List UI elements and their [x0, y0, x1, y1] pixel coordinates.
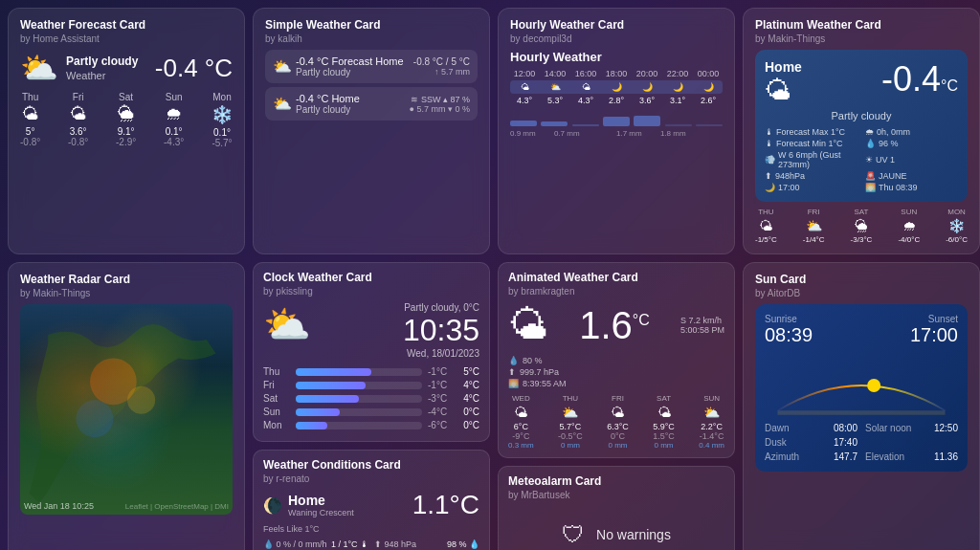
clock-temp-sun-high: 0°C — [457, 407, 479, 417]
sun-card-title: Sun Card — [755, 273, 968, 286]
forecast-day-sat: Sat 🌦 9.1° -2.9° — [116, 92, 136, 148]
forecast-day-fri-high: 3.6° — [68, 126, 88, 137]
hourly-rain-2: 0.7 mm — [554, 129, 580, 138]
clock-temp-mon-high: 0°C — [457, 420, 479, 430]
platinum-day-fri: FRI ⛅ -1/4°C — [803, 208, 825, 244]
conditions-humidity: 💧 0 % / 0 mm/h — [263, 539, 327, 549]
animated-sunrise: 🌅8:39:55 AM — [508, 379, 724, 388]
hourly-icon-7: 🌙 — [694, 82, 723, 92]
dusk-label: Dusk — [765, 437, 787, 448]
hourly-icon-3: 🌤 — [571, 82, 600, 92]
platinum-stat-7: ⬆948hPa — [765, 171, 858, 181]
forecast-day-sun-low: -4.3° — [164, 137, 184, 147]
azimuth-value: 147.7 — [834, 451, 858, 462]
clock-bar-sun-bg — [296, 408, 422, 416]
clock-main-icon: ⛅ — [263, 302, 311, 347]
no-warnings-row: 🛡 No warnings — [508, 506, 724, 550]
simple-row-2-right: ≋ SSW ▴ 87 % ● 5.7 mm ▾ 0 % — [410, 95, 470, 114]
simple-row-1-info: -0.4 °C Forecast Home Partly cloudy — [296, 55, 404, 77]
forecast-day-thu-name: Thu — [20, 92, 40, 102]
forecast-day-sun-name: Sun — [164, 92, 184, 102]
hourly-rain-labels: 0.9 mm 0.7 mm 1.7 mm 1.8 mm — [510, 129, 723, 138]
platinum-stat-2: 🌧0h, 0mm — [865, 127, 958, 137]
animated-weather-card: Animated Weather Card by bramkragten 🌤 1… — [498, 262, 735, 458]
sun-arc-svg — [765, 352, 958, 419]
clock-temp-fri-high: 4°C — [457, 380, 479, 390]
sunrise-area: Sunrise 08:39 — [765, 314, 813, 346]
clock-day-fri: Fri — [263, 380, 290, 390]
hourly-icon-4: 🌙 — [602, 82, 631, 92]
platinum-stat-1: 🌡Forecast Max 1°C — [765, 127, 858, 137]
hourly-temp-4: 2.8° — [602, 96, 631, 105]
elevation-value: 11.36 — [934, 451, 958, 462]
sun-position-dot — [867, 379, 880, 392]
clock-bar-mon-bg — [296, 422, 422, 429]
simple-row-2-icon: ⛅ — [273, 95, 292, 113]
forecast-day-mon: Mon ❄️ 0.1° -5.7° — [212, 92, 233, 148]
clock-bar-thu-bg — [296, 368, 422, 376]
platinum-location: Home — [765, 59, 802, 75]
platinum-main-temp: -0.4°C — [881, 59, 958, 99]
forecast-card: Weather Forecast Card by Home Assistant … — [8, 8, 245, 254]
hourly-bar-3 — [572, 124, 599, 126]
sun-detail-dusk: Dusk 17:40 — [765, 437, 858, 448]
hourly-icon-row: 🌤 ⛅ 🌤 🌙 🌙 🌙 🌙 — [510, 80, 723, 94]
weather-conditions-card: Weather Conditions Card by r-renato 🌘 Ho… — [253, 450, 490, 550]
simple-row-2-precip: ● 5.7 mm ▾ 0 % — [410, 104, 470, 114]
hourly-temp-1: 4.3° — [510, 96, 539, 105]
platinum-header: Home 🌤 -0.4°C — [765, 59, 958, 106]
conditions-card-author: by r-renato — [263, 473, 479, 484]
elevation-label: Elevation — [865, 451, 904, 462]
solar-noon-label: Solar noon — [865, 423, 911, 433]
clock-temp-sat-low: -3°C — [428, 393, 451, 404]
clock-row-mon: Mon -6°C 0°C — [263, 420, 479, 430]
conditions-card-title: Weather Conditions Card — [263, 458, 479, 472]
forecast-card-author: by Home Assistant — [20, 33, 233, 44]
forecast-main-temp: -0.4 °C — [155, 54, 233, 83]
radar-map: Wed Jan 18 10:25 Leaflet | OpenStreetMap… — [20, 304, 233, 515]
clock-row-fri: Fri -1°C 4°C — [263, 380, 479, 390]
forecast-day-sun: Sun 🌧 0.1° -4.3° — [164, 92, 184, 148]
hourly-temp-5: 3.6° — [633, 96, 661, 105]
animated-day-thu: THU ⛅ 5.7°C -0.5°C 0 mm — [558, 394, 583, 450]
clock-row-sat: Sat -3°C 4°C — [263, 393, 479, 404]
sun-detail-azimuth: Azimuth 147.7 — [765, 451, 858, 462]
platinum-stat-6: ☀UV 1 — [865, 150, 958, 169]
animated-day-sat: SAT 🌤 5.9°C 1.5°C 0 mm — [653, 394, 675, 450]
meteoalarm-card: Meteoalarm Card by MrBartusek 🛡 No warni… — [498, 466, 735, 550]
conditions-grid: 💧 0 % / 0 mm/h 1 / 1°C 🌡 ⬆ 948 hPa 98 % … — [263, 539, 479, 550]
sun-card: Sun Card by AitorDB Sunrise 08:39 Sunset… — [743, 262, 980, 550]
animated-unit: °C — [633, 311, 650, 327]
conditions-home-name: Home — [288, 493, 354, 508]
hourly-card-title: Hourly Weather Card — [510, 18, 723, 32]
clock-bar-mon-wrap — [296, 422, 422, 429]
animated-sunset: 5:00:58 PM — [680, 325, 724, 335]
forecast-day-sun-icon: 🌧 — [164, 104, 184, 124]
forecast-day-sat-icon: 🌦 — [116, 104, 136, 124]
platinum-left: Home 🌤 — [765, 59, 802, 106]
simple-row-2-info: -0.4 °C Home Partly cloudy — [296, 93, 360, 115]
platinum-day-sat: SAT 🌦 -3/3°C — [851, 208, 873, 244]
animated-details: 💧80 % ⬆999.7 hPa 🌅8:39:55 AM — [508, 356, 724, 388]
conditions-row-1: 💧 0 % / 0 mm/h 1 / 1°C 🌡 — [263, 539, 368, 549]
platinum-day-thu: THU 🌤 -1/5°C — [755, 208, 777, 244]
simple-card-title: Simple Weather Card — [265, 18, 478, 32]
conditions-moon-icon: 🌘 — [263, 496, 282, 515]
radar-attribution: Leaflet | OpenStreetMap | DMI — [125, 502, 229, 511]
sun-detail-dawn: Dawn 08:00 — [765, 423, 858, 433]
hourly-subtitle: Hourly Weather — [510, 50, 723, 64]
hourly-time-7: 00:00 — [694, 69, 723, 78]
forecast-day-fri-low: -0.8° — [68, 137, 88, 147]
forecast-card-title: Weather Forecast Card — [20, 18, 233, 32]
sun-arc-path — [778, 385, 946, 410]
clock-date: Wed, 18/01/2023 — [403, 348, 479, 359]
sun-detail-solar-noon: Solar noon 12:50 — [865, 423, 958, 433]
sunset-area: Sunset 17:00 — [910, 314, 958, 346]
col2-row2: Clock Weather Card by pkissling ⛅ Partly… — [253, 262, 490, 550]
forecast-day-mon-low: -5.7° — [212, 138, 233, 148]
simple-row-2-desc: Partly cloudy — [296, 104, 360, 115]
conditions-main-temp: 1.1°C — [412, 490, 479, 520]
clock-day-sat: Sat — [263, 393, 290, 404]
sun-card-author: by AitorDB — [755, 288, 968, 298]
hourly-icon-2: ⛅ — [541, 82, 569, 92]
